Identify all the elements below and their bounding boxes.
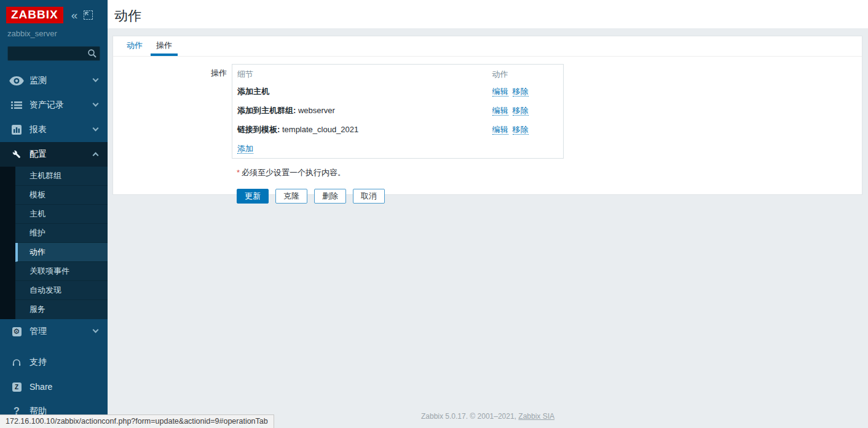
zabbix-logo[interactable]: ZABBIX (6, 7, 63, 23)
sidebar-item-label: 报表 (30, 124, 47, 135)
search-input[interactable] (7, 46, 100, 61)
operations-table: 细节 动作 添加主机编辑移除添加到主机群组: webserver编辑移除链接到模… (232, 64, 564, 159)
required-asterisk: * (237, 168, 240, 177)
action-form-card: 动作 操作 操作 细节 动作 添加主机编辑移除添加到主机群组: webserve… (112, 36, 862, 195)
edit-link[interactable]: 编辑 (492, 87, 508, 97)
sidebar: ZABBIX « zabbix_server 监测 资产记录 (0, 0, 108, 428)
update-button[interactable]: 更新 (237, 189, 269, 204)
sidebar-submenu-item[interactable]: 服务 (15, 300, 108, 319)
sidebar-submenu-item[interactable]: 自动发现 (15, 281, 108, 300)
sidebar-item-label: 支持 (30, 357, 47, 368)
add-operation-link[interactable]: 添加 (237, 144, 253, 154)
delete-button[interactable]: 删除 (314, 189, 346, 204)
sidebar-submenu-item[interactable]: 关联项事件 (15, 262, 108, 281)
operation-row: 添加到主机群组: webserver编辑移除 (232, 101, 564, 120)
form-buttons: 更新 克隆 删除 取消 (237, 189, 862, 204)
tab-operations[interactable]: 操作 (151, 36, 178, 56)
chart-icon (9, 125, 25, 135)
sidebar-item-support[interactable]: 支持 (0, 350, 108, 374)
sidebar-bottom-menu: 支持 Z Share ? 帮助 (0, 350, 108, 424)
search-icon[interactable] (87, 49, 97, 60)
browser-status-bar: 172.16.100.10/zabbix/actionconf.php?form… (0, 414, 274, 428)
column-header-details: 细节 (232, 65, 487, 82)
sidebar-menu: 监测 资产记录 报表 配置 主机群组模板主机维护动作关联项事件自动发现服务 (0, 68, 108, 344)
wrench-icon (9, 149, 25, 160)
tab-bar: 动作 操作 (113, 36, 862, 57)
sidebar-item-configuration[interactable]: 配置 (0, 142, 108, 167)
sidebar-submenu-item[interactable]: 主机群组 (15, 167, 108, 186)
sidebar-item-label: 配置 (30, 149, 47, 160)
sidebar-item-reports[interactable]: 报表 (0, 117, 108, 142)
gear-icon: ⚙ (9, 327, 25, 336)
edit-link[interactable]: 编辑 (492, 125, 508, 135)
headset-icon (9, 358, 25, 367)
sidebar-item-administration[interactable]: ⚙ 管理 (0, 319, 108, 344)
sidebar-item-monitoring[interactable]: 监测 (0, 68, 108, 93)
sidebar-item-label: Share (30, 382, 52, 392)
sidebar-submenu-item[interactable]: 动作 (15, 243, 108, 262)
operation-detail: 链接到模板: template_cloud_2021 (232, 120, 487, 139)
remove-link[interactable]: 移除 (513, 87, 529, 97)
operation-detail: 添加到主机群组: webserver (232, 101, 487, 120)
z-square-icon: Z (9, 382, 25, 392)
main-content: 动作 动作 操作 操作 细节 动作 添加主机编辑移除添加到主机群组: webse… (108, 0, 868, 428)
chevron-up-icon (93, 153, 99, 159)
sidebar-submenu: 主机群组模板主机维护动作关联项事件自动发现服务 (0, 167, 108, 319)
list-icon (9, 101, 25, 109)
required-note: *必须至少设置一个执行内容。 (237, 167, 862, 178)
collapse-sidebar-icon[interactable]: « (71, 10, 78, 20)
operation-row: 添加主机编辑移除 (232, 82, 564, 101)
sidebar-submenu-item[interactable]: 主机 (15, 205, 108, 224)
tab-action[interactable]: 动作 (121, 36, 148, 56)
sidebar-submenu-item[interactable]: 维护 (15, 224, 108, 243)
operations-label: 操作 (113, 64, 232, 159)
sidebar-item-label: 管理 (30, 326, 47, 337)
edit-link[interactable]: 编辑 (492, 106, 508, 116)
chevron-down-icon (93, 76, 99, 82)
column-header-action: 动作 (487, 65, 564, 82)
chevron-down-icon (93, 125, 99, 132)
operation-row: 链接到模板: template_cloud_2021编辑移除 (232, 120, 564, 139)
operations-tbody: 添加主机编辑移除添加到主机群组: webserver编辑移除链接到模板: tem… (232, 82, 564, 139)
operations-form: 操作 细节 动作 添加主机编辑移除添加到主机群组: webserver编辑移除链… (113, 57, 862, 204)
zabbix-sia-link[interactable]: Zabbix SIA (518, 412, 554, 421)
cancel-button[interactable]: 取消 (353, 189, 385, 204)
page-header: 动作 (108, 0, 868, 28)
sidebar-item-label: 资产记录 (30, 100, 64, 111)
eye-icon (9, 76, 25, 85)
sidebar-item-inventory[interactable]: 资产记录 (0, 93, 108, 117)
server-name: zabbix_server (7, 29, 108, 38)
chevron-down-icon (93, 101, 99, 107)
sidebar-item-label: 监测 (30, 75, 47, 86)
operation-detail: 添加主机 (232, 82, 487, 101)
sidebar-item-share[interactable]: Z Share (0, 374, 108, 399)
remove-link[interactable]: 移除 (513, 106, 529, 116)
clone-button[interactable]: 克隆 (275, 189, 307, 204)
chevron-down-icon (93, 327, 99, 333)
fullscreen-icon[interactable] (84, 10, 93, 20)
remove-link[interactable]: 移除 (513, 125, 529, 135)
page-title: 动作 (114, 7, 868, 25)
sidebar-header: ZABBIX « (6, 7, 108, 23)
sidebar-submenu-item[interactable]: 模板 (15, 186, 108, 205)
